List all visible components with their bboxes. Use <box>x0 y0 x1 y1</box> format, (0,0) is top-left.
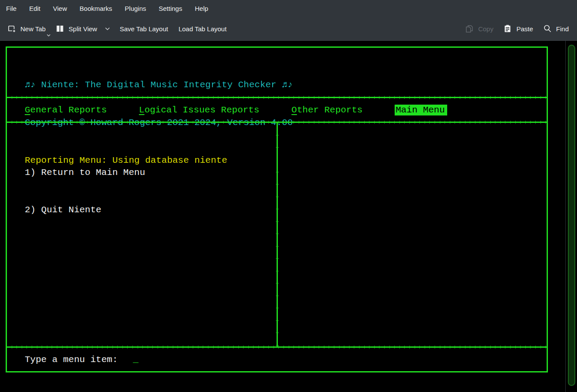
new-tab-button[interactable]: New Tab <box>7 24 46 33</box>
terminal-scrollbar-thumb[interactable] <box>568 45 575 386</box>
menu-file[interactable]: File <box>5 3 17 14</box>
tui-header: ♬♪ Niente: The Digital Music Integrity C… <box>7 48 547 97</box>
copy-button[interactable]: Copy <box>465 24 493 33</box>
toolbar: New Tab Split View Save Tab Layout Load … <box>0 16 577 41</box>
find-button[interactable]: Find <box>543 24 569 33</box>
menu-option-1: 1) Return to Main Menu <box>25 167 277 179</box>
chevron-down-icon[interactable] <box>46 34 51 37</box>
paste-button[interactable]: Paste <box>503 24 533 33</box>
new-tab-label: New Tab <box>20 25 46 33</box>
menu-settings[interactable]: Settings <box>158 3 183 14</box>
tab-general-reports[interactable]: General Reports <box>25 105 107 115</box>
tab-main-menu[interactable]: Main Menu <box>395 105 447 115</box>
copy-label: Copy <box>478 25 493 33</box>
load-tab-layout-label: Load Tab Layout <box>178 25 227 33</box>
paste-label: Paste <box>516 25 533 33</box>
menu-edit[interactable]: Edit <box>28 3 41 14</box>
save-tab-layout-button[interactable]: Save Tab Layout <box>120 25 168 33</box>
terminal-scrollbar-track[interactable] <box>565 41 577 392</box>
new-tab-icon <box>7 24 16 33</box>
divider-panels-prompt <box>7 346 547 348</box>
split-view-button[interactable]: Split View <box>55 24 110 33</box>
chevron-down-icon[interactable] <box>105 27 110 31</box>
search-icon <box>543 24 552 33</box>
app-title: ♬♪ Niente: The Digital Music Integrity C… <box>25 79 547 91</box>
divider-header-tabs <box>7 97 547 98</box>
split-view-label: Split View <box>69 25 97 33</box>
copy-icon <box>465 24 474 33</box>
niente-tui-window: ♬♪ Niente: The Digital Music Integrity C… <box>6 46 548 372</box>
find-label: Find <box>556 25 569 33</box>
load-tab-layout-button[interactable]: Load Tab Layout <box>178 25 227 33</box>
output-panel <box>278 123 547 346</box>
save-tab-layout-label: Save Tab Layout <box>120 25 168 33</box>
tab-other-reports[interactable]: Other Reports <box>291 105 363 115</box>
split-view-icon <box>55 24 65 33</box>
prompt-label: Type a menu item: <box>25 355 118 365</box>
text-cursor: _ <box>133 355 138 365</box>
tui-panels: 1) Return to Main Menu 2) Quit Niente <box>7 123 547 346</box>
tab-logical-issues-reports[interactable]: Logical Issues Reports <box>139 105 259 115</box>
menu-view[interactable]: View <box>52 3 68 14</box>
divider-panels-vertical <box>277 123 278 346</box>
tui-tab-bar: General Reports Logical Issues Reports O… <box>7 98 547 122</box>
menu-help[interactable]: Help <box>194 3 209 14</box>
paste-icon <box>503 24 512 33</box>
prompt-bar[interactable]: Type a menu item: _ <box>7 348 547 371</box>
menu-plugins[interactable]: Plugins <box>124 3 147 14</box>
terminal-screen[interactable]: ♬♪ Niente: The Digital Music Integrity C… <box>0 41 577 392</box>
menubar: File Edit View Bookmarks Plugins Setting… <box>0 0 577 16</box>
menu-bookmarks[interactable]: Bookmarks <box>79 3 113 14</box>
menu-options-panel: 1) Return to Main Menu 2) Quit Niente <box>7 123 277 346</box>
menu-option-2: 2) Quit Niente <box>25 204 277 217</box>
